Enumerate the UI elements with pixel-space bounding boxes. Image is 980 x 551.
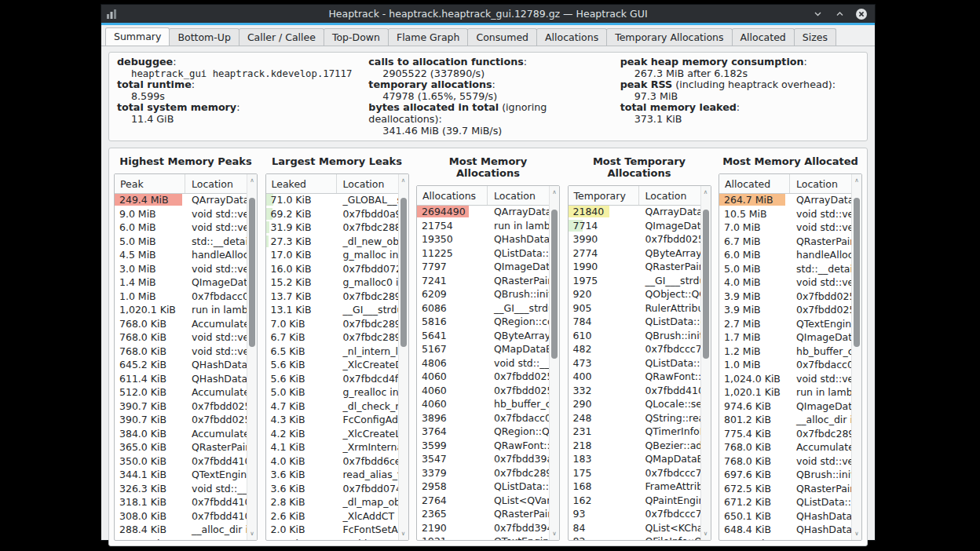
scrollbar-thumb[interactable] bbox=[551, 210, 558, 359]
table-row[interactable]: 162QPaintEngine... bbox=[569, 494, 700, 508]
table-row[interactable]: 5.6 KiB_XlcCreateDe... bbox=[266, 358, 398, 372]
table-row[interactable]: 611.4 KiBQHashData::r... bbox=[115, 372, 247, 386]
tab-flame-graph[interactable]: Flame Graph bbox=[388, 28, 469, 46]
table-row[interactable]: 974.6 KiBQImageData:... bbox=[719, 400, 851, 414]
column-header-location[interactable]: Location bbox=[185, 174, 247, 193]
table-row[interactable]: 905RulerAttribut... bbox=[569, 301, 700, 316]
tab-allocations[interactable]: Allocations bbox=[536, 28, 607, 46]
scrollbar[interactable]: ∧∨ bbox=[851, 174, 861, 540]
table-row[interactable]: 365.0 KiBQRasterPaint... bbox=[115, 440, 247, 454]
column-header-location[interactable]: Location bbox=[337, 174, 398, 193]
table-row[interactable]: 33790x7fbdc2897... bbox=[417, 466, 549, 480]
table-row[interactable]: 384.0 KiBAccumulated... bbox=[115, 427, 247, 441]
table-row[interactable]: 5641QByteArray::r... bbox=[417, 329, 549, 343]
table-row[interactable]: 288.4 KiB__alloc_dir in ... bbox=[115, 523, 247, 537]
table-row[interactable]: 801.2 KiB__alloc_dir in ... bbox=[719, 413, 851, 427]
table-row[interactable]: 84QList<KChart... bbox=[569, 521, 700, 535]
titlebar[interactable]: Heaptrack - heaptrack.heaptrack_gui.1278… bbox=[101, 5, 875, 23]
scroll-up-icon[interactable]: ∧ bbox=[701, 188, 711, 196]
column-header-location[interactable]: Location bbox=[488, 186, 549, 205]
table-row[interactable]: 6.7 KiB0x7fbdc289c... bbox=[266, 330, 398, 345]
tab-temporary-allocations[interactable]: Temporary Allocations bbox=[606, 28, 732, 46]
table-row[interactable]: 6086__GI___strdup... bbox=[417, 301, 549, 316]
table-row[interactable]: 69.2 KiB0x7fbdd0a9f... bbox=[266, 207, 398, 221]
column-header-allocated[interactable]: Allocated bbox=[719, 174, 790, 193]
table-row[interactable]: 768.0 KiBvoid std::vect... bbox=[115, 330, 247, 345]
table-row[interactable]: 11225QListData::de... bbox=[417, 246, 549, 261]
table-row[interactable]: 5.0 MiBstd::__detail::... bbox=[719, 262, 851, 276]
table-row[interactable]: 264.7 MiBQArrayData::... bbox=[719, 193, 851, 207]
table-row[interactable]: 168FrameAttribu... bbox=[569, 480, 700, 494]
table-row[interactable]: 3.0 MiBvoid std::vect... bbox=[115, 262, 247, 276]
table-row[interactable]: 1.0 MiB0x7fbdacc0d... bbox=[115, 290, 247, 304]
tab-consumed[interactable]: Consumed bbox=[467, 28, 537, 46]
table-row[interactable]: 7797QImageData:... bbox=[417, 260, 549, 274]
table-row[interactable]: 512.0 KiBAccumulated... bbox=[115, 385, 247, 400]
scroll-down-icon[interactable]: ∨ bbox=[701, 530, 711, 538]
table-row[interactable]: 5167QMapDataBa... bbox=[417, 342, 549, 356]
table-row[interactable]: 288.0 KiBoperator new... bbox=[115, 537, 247, 541]
tab-top-down[interactable]: Top-Down bbox=[324, 28, 389, 46]
scroll-up-icon[interactable]: ∧ bbox=[550, 188, 559, 196]
column-header-leaked[interactable]: Leaked bbox=[266, 174, 337, 193]
table-row[interactable]: 17.0 KiBg_malloc in ?... bbox=[266, 248, 398, 262]
table-row[interactable]: 4.7 KiB_dl_check_m... bbox=[266, 400, 398, 414]
table-row[interactable]: 610QBrush::init(... bbox=[569, 329, 700, 343]
table-row[interactable]: 2.7 MiBQTextEngine:... bbox=[719, 317, 851, 331]
table-row[interactable]: 39900x7fbdd0250... bbox=[569, 232, 700, 246]
table-row[interactable]: 326.3 KiBvoid std::__cx... bbox=[115, 482, 247, 496]
table-row[interactable]: 4.0 MiBvoid std::vect... bbox=[719, 276, 851, 290]
table-row[interactable]: 9.0 MiBvoid std::vect... bbox=[115, 207, 247, 221]
table-row[interactable]: 31.9 KiB0x7fbdc2884... bbox=[266, 221, 398, 235]
table-row[interactable]: 6209QBrush::init(... bbox=[417, 287, 549, 301]
table-row[interactable]: 7714QImageData:... bbox=[569, 219, 700, 233]
close-icon[interactable] bbox=[855, 8, 868, 20]
table-row[interactable]: 775.4 KiB0x7fbdc289b... bbox=[719, 427, 851, 441]
table-row[interactable]: 71.0 KiB_GLOBAL__su... bbox=[266, 193, 398, 207]
table-row[interactable]: 290QLocale::set... bbox=[569, 397, 700, 411]
table-row[interactable]: 3.6 KiBread_alias_fil... bbox=[266, 468, 398, 482]
table-row[interactable]: 82QFileInfo::QFi... bbox=[569, 535, 700, 540]
table-row[interactable]: 2958QListData::re... bbox=[417, 480, 549, 494]
table-row[interactable]: 2.0 KiBFcFontSetAd... bbox=[266, 523, 398, 537]
table-row[interactable]: 1.0 MiB0x7fbdacc0d... bbox=[719, 358, 851, 372]
table-row[interactable]: 249.4 MiBQArrayData::... bbox=[115, 193, 247, 207]
scrollbar-thumb[interactable] bbox=[703, 210, 709, 359]
table-row[interactable]: 27.3 KiB_dl_new_obje... bbox=[266, 235, 398, 249]
table-row[interactable]: 318.1 KiB0x7fbdd4100... bbox=[115, 495, 247, 509]
table-row[interactable]: 3.9 MiB0x7fbdd0250... bbox=[719, 303, 851, 317]
table-row[interactable]: 6.5 KiB_nl_intern_lo... bbox=[266, 345, 398, 359]
column-header-peak[interactable]: Peak bbox=[115, 174, 185, 193]
table-row[interactable]: 768.0 KiBvoid std::vect... bbox=[719, 454, 851, 469]
table-row[interactable]: 3320x7fbdd410c... bbox=[569, 384, 700, 398]
scrollbar-thumb[interactable] bbox=[400, 198, 407, 347]
table-row[interactable]: 248QString::reall... bbox=[569, 411, 700, 425]
table-row[interactable]: 350.0 KiB0x7fbdd4100... bbox=[115, 454, 247, 469]
table-row[interactable]: 19350QHashData::... bbox=[417, 232, 549, 246]
table-row[interactable]: 2.8 KiB_dl_map_obje... bbox=[266, 495, 398, 509]
table-row[interactable]: 5.0 KiBg_realloc in ?... bbox=[266, 385, 398, 400]
table-row[interactable]: 1.2 MiBhb_buffer_cr... bbox=[719, 345, 851, 359]
table-row[interactable]: 5816QRegion::cop... bbox=[417, 315, 549, 329]
table-row[interactable]: 672.5 KiBQRasterPaint... bbox=[719, 482, 851, 496]
table-row[interactable]: 1.4 MiBQImageData:... bbox=[115, 276, 247, 290]
table-row[interactable]: 4.5 MiBhandleAlloca... bbox=[115, 248, 247, 262]
table-row[interactable]: 400QRawFont::Q... bbox=[569, 370, 700, 384]
table-row[interactable]: 930x7fbdccc7e... bbox=[569, 507, 700, 521]
column-header-allocations[interactable]: Allocations bbox=[417, 186, 488, 205]
table-row[interactable]: 650.1 KiBQHashData::... bbox=[719, 509, 851, 524]
table-row[interactable]: 1921QTextEngine:... bbox=[417, 535, 549, 540]
table-row[interactable]: 13.7 KiB0x7fbdc289c... bbox=[266, 290, 398, 304]
scroll-up-icon[interactable]: ∧ bbox=[852, 177, 861, 184]
table-row[interactable]: 1.8 KiBQObject::QO... bbox=[266, 537, 398, 541]
table-row[interactable]: 697.6 KiBQBrush::init(... bbox=[719, 468, 851, 482]
table-row[interactable]: 1,024.0 KiBvoid std::vect... bbox=[719, 372, 851, 386]
table-row[interactable]: 4806void std::__cx... bbox=[417, 356, 549, 370]
table-row[interactable]: 1975__GI___strdup... bbox=[569, 274, 700, 288]
table-row[interactable]: 768.0 KiBAccumulated... bbox=[719, 440, 851, 454]
table-row[interactable]: 35470x7fbdd39a8... bbox=[417, 452, 549, 466]
table-row[interactable]: 5.0 MiBstd::__detail::... bbox=[115, 235, 247, 249]
table-row[interactable]: 231QTimerInfoLi... bbox=[569, 425, 700, 439]
table-row[interactable]: 2365QRasterPaint... bbox=[417, 507, 549, 521]
table-row[interactable]: 4820x7fbdccc7e... bbox=[569, 342, 700, 356]
